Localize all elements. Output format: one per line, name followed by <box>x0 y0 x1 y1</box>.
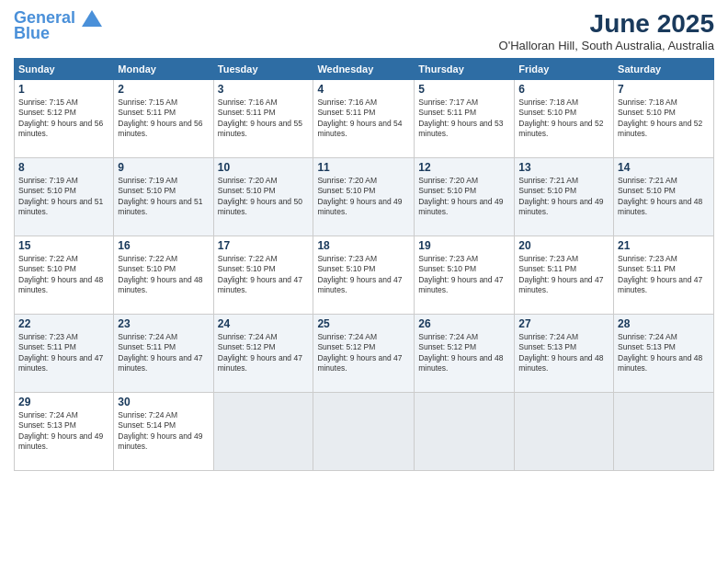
day-info: Sunrise: 7:24 AM Sunset: 5:11 PM Dayligh… <box>118 332 209 374</box>
day-number: 14 <box>618 161 710 174</box>
day-info: Sunrise: 7:15 AM Sunset: 5:12 PM Dayligh… <box>18 98 109 140</box>
day-number: 21 <box>618 239 710 252</box>
calendar-cell: 8 Sunrise: 7:19 AM Sunset: 5:10 PM Dayli… <box>15 158 114 236</box>
day-info: Sunrise: 7:18 AM Sunset: 5:10 PM Dayligh… <box>518 98 609 140</box>
day-number: 16 <box>118 239 209 252</box>
day-number: 1 <box>18 83 109 96</box>
day-info: Sunrise: 7:20 AM Sunset: 5:10 PM Dayligh… <box>218 176 310 218</box>
calendar-cell <box>213 393 313 471</box>
day-info: Sunrise: 7:19 AM Sunset: 5:10 PM Dayligh… <box>18 176 109 218</box>
calendar-cell: 21 Sunrise: 7:23 AM Sunset: 5:11 PM Dayl… <box>614 236 714 315</box>
day-number: 15 <box>18 239 109 252</box>
col-saturday: Saturday <box>614 59 714 80</box>
day-number: 22 <box>18 317 109 330</box>
calendar-cell: 25 Sunrise: 7:24 AM Sunset: 5:12 PM Dayl… <box>313 315 415 393</box>
day-info: Sunrise: 7:24 AM Sunset: 5:13 PM Dayligh… <box>518 332 609 374</box>
calendar-cell: 20 Sunrise: 7:23 AM Sunset: 5:11 PM Dayl… <box>515 236 614 315</box>
day-info: Sunrise: 7:16 AM Sunset: 5:11 PM Dayligh… <box>317 98 410 140</box>
calendar-cell: 23 Sunrise: 7:24 AM Sunset: 5:11 PM Dayl… <box>114 315 213 393</box>
day-info: Sunrise: 7:23 AM Sunset: 5:11 PM Dayligh… <box>518 254 609 296</box>
calendar-cell: 7 Sunrise: 7:18 AM Sunset: 5:10 PM Dayli… <box>614 80 714 158</box>
day-info: Sunrise: 7:23 AM Sunset: 5:10 PM Dayligh… <box>317 254 410 296</box>
day-number: 27 <box>518 317 609 330</box>
calendar-cell <box>415 393 515 471</box>
day-number: 3 <box>218 83 310 96</box>
calendar-cell: 6 Sunrise: 7:18 AM Sunset: 5:10 PM Dayli… <box>515 80 614 158</box>
day-number: 11 <box>317 161 410 174</box>
svg-marker-0 <box>82 10 102 27</box>
calendar-cell: 11 Sunrise: 7:20 AM Sunset: 5:10 PM Dayl… <box>313 158 415 236</box>
day-info: Sunrise: 7:23 AM Sunset: 5:11 PM Dayligh… <box>618 254 710 296</box>
calendar-cell: 29 Sunrise: 7:24 AM Sunset: 5:13 PM Dayl… <box>15 393 114 471</box>
col-tuesday: Tuesday <box>213 59 313 80</box>
logo-blue: Blue <box>14 24 50 43</box>
logo-icon <box>82 10 102 27</box>
calendar-cell: 12 Sunrise: 7:20 AM Sunset: 5:10 PM Dayl… <box>415 158 515 236</box>
day-info: Sunrise: 7:23 AM Sunset: 5:10 PM Dayligh… <box>418 254 510 296</box>
day-number: 20 <box>518 239 609 252</box>
calendar-cell: 10 Sunrise: 7:20 AM Sunset: 5:10 PM Dayl… <box>213 158 313 236</box>
calendar-cell: 17 Sunrise: 7:22 AM Sunset: 5:10 PM Dayl… <box>213 236 313 315</box>
week-row-3: 15 Sunrise: 7:22 AM Sunset: 5:10 PM Dayl… <box>15 236 714 315</box>
calendar-cell: 5 Sunrise: 7:17 AM Sunset: 5:11 PM Dayli… <box>415 80 515 158</box>
calendar-cell: 1 Sunrise: 7:15 AM Sunset: 5:12 PM Dayli… <box>15 80 114 158</box>
calendar-cell: 26 Sunrise: 7:24 AM Sunset: 5:12 PM Dayl… <box>415 315 515 393</box>
day-number: 5 <box>418 83 510 96</box>
week-row-1: 1 Sunrise: 7:15 AM Sunset: 5:12 PM Dayli… <box>15 80 714 158</box>
calendar-cell: 9 Sunrise: 7:19 AM Sunset: 5:10 PM Dayli… <box>114 158 213 236</box>
day-info: Sunrise: 7:24 AM Sunset: 5:12 PM Dayligh… <box>317 332 410 374</box>
day-number: 29 <box>18 396 109 408</box>
page: General Blue June 2025 O'Halloran Hill, … <box>0 0 728 563</box>
day-number: 8 <box>18 161 109 174</box>
day-info: Sunrise: 7:22 AM Sunset: 5:10 PM Dayligh… <box>218 254 310 296</box>
day-number: 10 <box>218 161 310 174</box>
week-row-2: 8 Sunrise: 7:19 AM Sunset: 5:10 PM Dayli… <box>15 158 714 236</box>
col-thursday: Thursday <box>415 59 515 80</box>
day-number: 19 <box>418 239 510 252</box>
calendar-cell: 22 Sunrise: 7:23 AM Sunset: 5:11 PM Dayl… <box>15 315 114 393</box>
col-monday: Monday <box>114 59 213 80</box>
day-number: 9 <box>118 161 209 174</box>
day-number: 24 <box>218 317 310 330</box>
header: General Blue June 2025 O'Halloran Hill, … <box>14 9 714 52</box>
day-number: 25 <box>317 317 410 330</box>
day-number: 2 <box>118 83 209 96</box>
calendar-cell: 27 Sunrise: 7:24 AM Sunset: 5:13 PM Dayl… <box>515 315 614 393</box>
calendar-cell: 18 Sunrise: 7:23 AM Sunset: 5:10 PM Dayl… <box>313 236 415 315</box>
day-number: 12 <box>418 161 510 174</box>
title-block: June 2025 O'Halloran Hill, South Austral… <box>499 9 714 52</box>
col-sunday: Sunday <box>15 59 114 80</box>
day-info: Sunrise: 7:20 AM Sunset: 5:10 PM Dayligh… <box>418 176 510 218</box>
day-number: 7 <box>618 83 710 96</box>
day-number: 26 <box>418 317 510 330</box>
calendar-cell: 2 Sunrise: 7:15 AM Sunset: 5:11 PM Dayli… <box>114 80 213 158</box>
day-info: Sunrise: 7:16 AM Sunset: 5:11 PM Dayligh… <box>218 98 310 140</box>
calendar-cell: 13 Sunrise: 7:21 AM Sunset: 5:10 PM Dayl… <box>515 158 614 236</box>
calendar-cell: 14 Sunrise: 7:21 AM Sunset: 5:10 PM Dayl… <box>614 158 714 236</box>
week-row-5: 29 Sunrise: 7:24 AM Sunset: 5:13 PM Dayl… <box>15 393 714 471</box>
week-row-4: 22 Sunrise: 7:23 AM Sunset: 5:11 PM Dayl… <box>15 315 714 393</box>
logo: General Blue <box>14 9 102 43</box>
day-info: Sunrise: 7:18 AM Sunset: 5:10 PM Dayligh… <box>618 98 710 140</box>
day-info: Sunrise: 7:21 AM Sunset: 5:10 PM Dayligh… <box>618 176 710 218</box>
day-info: Sunrise: 7:23 AM Sunset: 5:11 PM Dayligh… <box>18 332 109 374</box>
calendar-cell <box>313 393 415 471</box>
calendar-cell: 28 Sunrise: 7:24 AM Sunset: 5:13 PM Dayl… <box>614 315 714 393</box>
day-info: Sunrise: 7:22 AM Sunset: 5:10 PM Dayligh… <box>18 254 109 296</box>
calendar-cell: 30 Sunrise: 7:24 AM Sunset: 5:14 PM Dayl… <box>114 393 213 471</box>
calendar-cell: 4 Sunrise: 7:16 AM Sunset: 5:11 PM Dayli… <box>313 80 415 158</box>
day-info: Sunrise: 7:24 AM Sunset: 5:13 PM Dayligh… <box>18 410 109 453</box>
day-number: 18 <box>317 239 410 252</box>
calendar-cell: 3 Sunrise: 7:16 AM Sunset: 5:11 PM Dayli… <box>213 80 313 158</box>
day-number: 30 <box>118 396 209 408</box>
day-info: Sunrise: 7:17 AM Sunset: 5:11 PM Dayligh… <box>418 98 510 140</box>
calendar-cell: 19 Sunrise: 7:23 AM Sunset: 5:10 PM Dayl… <box>415 236 515 315</box>
calendar-cell: 15 Sunrise: 7:22 AM Sunset: 5:10 PM Dayl… <box>15 236 114 315</box>
day-number: 28 <box>618 317 710 330</box>
day-info: Sunrise: 7:24 AM Sunset: 5:12 PM Dayligh… <box>418 332 510 374</box>
day-info: Sunrise: 7:24 AM Sunset: 5:14 PM Dayligh… <box>118 410 209 453</box>
day-number: 6 <box>518 83 609 96</box>
calendar-cell <box>515 393 614 471</box>
calendar-cell <box>614 393 714 471</box>
day-number: 17 <box>218 239 310 252</box>
